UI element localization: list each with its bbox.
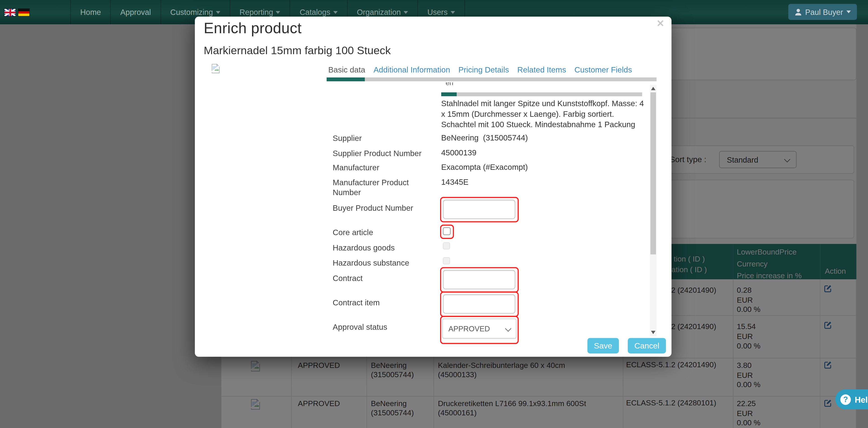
caret-down-icon [216,11,220,13]
contract-item-input[interactable] [443,294,515,314]
app-stage: Sort type : Standard tion ( ID ) ation (… [0,0,868,428]
caret-down-icon [403,11,408,13]
core-article-checkbox[interactable] [443,227,451,235]
tab-related-items[interactable]: Related Items [517,65,566,74]
supplier-label: Supplier [333,133,437,143]
scroll-up-icon[interactable] [651,87,655,90]
manufacturer-product-number-label: Manufacturer Product Number [333,177,437,197]
core-article-label: Core article [333,227,437,237]
contract-item-label: Contract item [333,298,437,308]
help-button[interactable]: Help [835,389,868,409]
modal-actions: Save Cancel [587,338,666,354]
approval-status-value: APPROVED [448,324,490,333]
manufacturer-product-number-value: 14345E [441,177,469,186]
tab-additional-information[interactable]: Additional Information [373,65,450,74]
supplier-product-number-value: 45000139 [441,148,476,157]
language-switcher [0,0,29,24]
tab-customer-fields[interactable]: Customer Fields [575,65,632,74]
hazardous-substance-checkbox [443,257,450,264]
modal-scrollbar[interactable] [650,85,656,336]
manufacturer-value: Exacompta (#Exacompt) [441,163,528,171]
help-label: Help [855,395,868,404]
nav-home[interactable]: Home [70,0,111,24]
broken-image-icon [212,64,220,76]
buyer-product-number-label: Buyer Product Number [333,203,437,213]
buyer-product-number-input[interactable] [443,200,515,219]
caret-down-icon [276,11,280,13]
tab-progress-bar [327,77,657,81]
caret-down-icon [333,11,338,13]
close-icon[interactable] [654,18,666,30]
question-mark-icon [840,394,851,405]
product-description: Stahlnadel mit langer Spitze und Kunstst… [441,98,645,130]
save-button[interactable]: Save [587,338,619,354]
product-name-subtitle: Markiernadel 15mm farbig 100 Stueck [204,44,391,57]
chevron-down-icon [505,325,511,332]
enrich-product-modal: Enrich product Markiernadel 15mm farbig … [195,17,672,357]
hazardous-substance-label: Hazardous substance [333,258,437,268]
contract-label: Contract [333,273,437,283]
tab-basic-data[interactable]: Basic data [328,65,365,74]
supplier-value: BeNeering (315005744) [441,133,528,142]
hazardous-goods-checkbox [443,242,450,250]
approval-status-select[interactable]: APPROVED [442,319,517,338]
approval-status-label: Approval status [333,322,437,332]
tab-pricing-details[interactable]: Pricing Details [458,65,509,74]
user-icon [794,8,802,16]
user-menu-button[interactable]: Paul Buyer [788,4,857,20]
german-flag-icon[interactable] [18,8,29,16]
clipped-language-text: en [445,83,462,87]
supplier-product-number-label: Supplier Product Number [333,148,437,158]
nav-approval[interactable]: Approval [111,0,161,24]
user-name: Paul Buyer [805,7,843,16]
manufacturer-label: Manufacturer [333,163,437,172]
modal-title: Enrich product [204,20,302,37]
scroll-down-icon[interactable] [651,331,655,334]
description-progress-bar [441,92,642,96]
cancel-button[interactable]: Cancel [628,338,666,354]
caret-down-icon [846,11,851,13]
scrollbar-thumb[interactable] [651,92,656,255]
modal-tabs: Basic data Additional Information Pricin… [328,65,632,74]
hazardous-goods-label: Hazardous goods [333,243,437,253]
contract-input[interactable] [443,270,515,289]
english-flag-icon[interactable] [4,8,16,16]
caret-down-icon [450,11,455,13]
